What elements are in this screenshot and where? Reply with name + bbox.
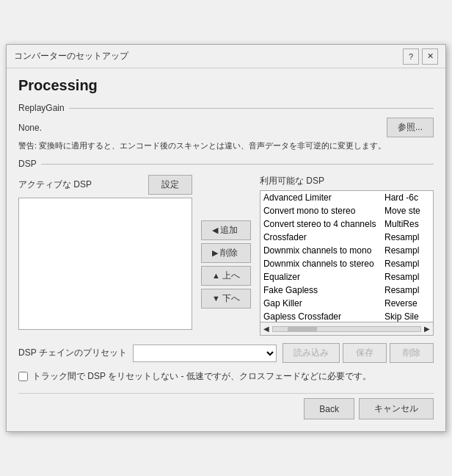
dsp-section-label: DSP [18,159,434,169]
dsp-item-detail: Resampl [382,231,433,244]
dsp-item-detail: Resampl [382,244,433,257]
browse-button[interactable]: 参照... [387,118,434,137]
down-arrow-icon: ▼ [212,294,220,303]
dsp-item-detail: Skip Sile [382,310,433,322]
settings-button[interactable]: 設定 [148,175,192,195]
dsp-item-detail: Resampl [382,257,433,270]
checkbox-label[interactable]: トラック間で DSP をリセットしない - 低速ですが、クロスフェードなどに必要… [32,370,371,383]
preset-select[interactable] [133,345,277,362]
dsp-item-detail: Resampl [382,270,433,284]
down-button[interactable]: ▼下へ [201,289,251,309]
dsp-item-name: Advanced Limiter [260,191,382,204]
page-title: Processing [18,77,434,94]
back-button[interactable]: Back [304,398,354,419]
add-button[interactable]: ◀追加 [201,220,251,240]
cancel-button[interactable]: キャンセル [359,398,434,419]
warning-text: 警告: 変換時に適用すると、エンコード後のスキャンとは違い、音声データを非可逆的… [18,140,434,151]
replay-gain-value: None. [18,123,42,133]
dsp-item-name: Downmix channels to stereo [260,257,382,270]
available-dsp-label: 利用可能な DSP [260,175,434,187]
remove-arrow-icon: ▶ [212,248,218,258]
active-dsp-panel: アクティブな DSP 設定 [18,175,192,336]
title-bar: コンバーターのセットアップ ? ✕ [7,45,445,68]
content-area: Processing ReplayGain None. 参照... 警告: 変換… [7,68,445,431]
active-dsp-header: アクティブな DSP 設定 [18,175,192,195]
title-bar-controls: ? ✕ [403,48,438,65]
dsp-list-item[interactable]: Advanced LimiterHard -6c [260,191,433,204]
replay-gain-section-label: ReplayGain [18,103,434,113]
scrollbar-track[interactable] [272,326,421,332]
dsp-list-item[interactable]: Gapless CrossfaderSkip Sile [260,310,433,322]
delete-preset-button[interactable]: 削除 [390,343,434,363]
preset-buttons: 読み込み 保存 削除 [282,343,434,363]
dsp-table: Advanced LimiterHard -6cConvert mono to … [260,191,433,322]
dialog-title: コンバーターのセットアップ [14,50,128,62]
dsp-item-detail: Resampl [382,284,433,297]
preset-label: DSP チェインのプリセット [18,347,127,359]
dsp-controls: ◀追加 ▶削除 ▲上へ ▼下へ [198,192,254,336]
dsp-list-item[interactable]: Convert stereo to 4 channelsMultiRes [260,217,433,231]
save-button[interactable]: 保存 [343,343,387,363]
dsp-item-name: Equalizer [260,270,382,284]
horizontal-scrollbar[interactable]: ◀ ▶ [260,322,434,336]
dsp-list-item[interactable]: Gap KillerReverse [260,297,433,310]
up-button[interactable]: ▲上へ [201,266,251,286]
up-arrow-icon: ▲ [212,271,220,280]
footer: Back キャンセル [18,393,434,419]
scroll-right-arrow[interactable]: ▶ [423,325,431,333]
checkbox-row: トラック間で DSP をリセットしない - 低速ですが、クロスフェードなどに必要… [18,370,434,383]
dsp-list-item[interactable]: Downmix channels to stereoResampl [260,257,433,270]
scroll-left-arrow[interactable]: ◀ [262,325,271,333]
replay-gain-row: None. 参照... [18,118,434,137]
dsp-item-detail: MultiRes [382,217,433,231]
dsp-main: アクティブな DSP 設定 ◀追加 ▶削除 ▲上へ ▼下へ 利用可能な DSP … [18,175,434,336]
help-button[interactable]: ? [403,48,419,65]
dsp-item-detail: Reverse [382,297,433,310]
dialog: コンバーターのセットアップ ? ✕ Processing ReplayGain … [6,44,446,432]
dsp-item-name: Crossfader [260,231,382,244]
dsp-item-name: Convert stereo to 4 channels [260,217,382,231]
dsp-item-name: Convert mono to stereo [260,204,382,217]
active-dsp-list[interactable] [18,198,192,330]
available-dsp-panel: 利用可能な DSP Advanced LimiterHard -6cConver… [260,175,434,336]
dsp-item-name: Fake Gapless [260,284,382,297]
active-dsp-label: アクティブな DSP [18,178,92,191]
dsp-item-detail: Hard -6c [382,191,433,204]
close-button[interactable]: ✕ [422,48,438,65]
dsp-list-item[interactable]: EqualizerResampl [260,270,433,284]
dsp-list-item[interactable]: Convert mono to stereoMove ste [260,204,433,217]
dsp-item-name: Gapless Crossfader [260,310,382,322]
dsp-list-item[interactable]: CrossfaderResampl [260,231,433,244]
available-dsp-list[interactable]: Advanced LimiterHard -6cConvert mono to … [260,190,434,322]
reset-dsp-checkbox[interactable] [18,372,28,381]
dsp-list-item[interactable]: Downmix channels to monoResampl [260,244,433,257]
dsp-item-name: Gap Killer [260,297,382,310]
scrollbar-thumb[interactable] [288,327,317,331]
preset-row: DSP チェインのプリセット 読み込み 保存 削除 [18,343,434,363]
remove-button[interactable]: ▶削除 [201,243,251,263]
dsp-list-item[interactable]: Fake GaplessResampl [260,284,433,297]
add-arrow-icon: ◀ [212,226,218,235]
load-button[interactable]: 読み込み [282,343,340,363]
dsp-item-name: Downmix channels to mono [260,244,382,257]
dsp-item-detail: Move ste [382,204,433,217]
